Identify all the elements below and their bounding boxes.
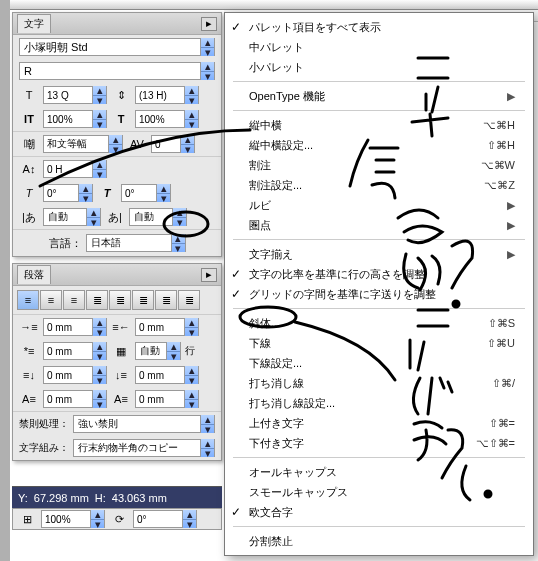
justify-right-button[interactable]: ≣ (132, 290, 154, 310)
skew-left-icon: T (19, 184, 39, 202)
zoom-icon: ⊞ (17, 510, 37, 528)
leading-icon: ⇕ (111, 86, 131, 104)
align-left-button[interactable]: ≡ (17, 290, 39, 310)
align-center-button[interactable]: ≡ (40, 290, 62, 310)
menu-ligature[interactable]: 欧文合字 (225, 502, 533, 522)
char-panel-header: 文字 ▸ (13, 13, 221, 35)
menu-allcaps[interactable]: オールキャップス (225, 462, 533, 482)
justify-full-button[interactable]: ≣ (155, 290, 177, 310)
kinsoku-select[interactable]: 強い禁則▴▾ (73, 415, 215, 433)
grid-auto[interactable]: 自動▴▾ (135, 342, 181, 360)
menu-ratio-height[interactable]: 文字の比率を基準に行の高さを調整 (225, 264, 533, 284)
fill-icon: |あ (19, 208, 39, 226)
para-panel-menu-button[interactable]: ▸ (201, 268, 217, 282)
alignment-buttons: ≡ ≡ ≡ ≣ ≣ ≣ ≣ ≣ (13, 286, 221, 315)
menu-medium[interactable]: 中パレット (225, 37, 533, 57)
menu-nobreak[interactable]: 分割禁止 (225, 531, 533, 551)
grid-unit: 行 (185, 344, 195, 358)
stroke-select[interactable]: 自動▴▾ (129, 208, 187, 226)
menu-subscript[interactable]: 下付き文字⌥⇧⌘= (225, 433, 533, 453)
menu-tcy-settings[interactable]: 縦中横設定...⇧⌘H (225, 135, 533, 155)
vscale-field[interactable]: 100%▴▾ (43, 110, 107, 128)
justify-left-button[interactable]: ≣ (86, 290, 108, 310)
baseline-icon: A↕ (19, 160, 39, 178)
dropcap-chars-field[interactable]: 0 mm▴▾ (135, 390, 199, 408)
char-panel-tab[interactable]: 文字 (17, 14, 51, 33)
zoom-field[interactable]: 100%▴▾ (41, 510, 105, 528)
grid-icon: ▦ (111, 342, 131, 360)
kinsoku-label: 禁則処理： (19, 417, 69, 431)
skew-left-field[interactable]: 0°▴▾ (43, 184, 93, 202)
dropcap-lines-field[interactable]: 0 mm▴▾ (43, 390, 107, 408)
first-line-field[interactable]: 0 mm▴▾ (43, 342, 107, 360)
lang-label: 言語： (49, 236, 82, 251)
panel-menu-button[interactable]: ▸ (201, 17, 217, 31)
space-before-field[interactable]: 0 mm▴▾ (43, 366, 107, 384)
align-right-button[interactable]: ≡ (63, 290, 85, 310)
size-icon: T (19, 86, 39, 104)
leading-field[interactable]: (13 H)▴▾ (135, 86, 199, 104)
menu-smallcaps[interactable]: スモールキャップス (225, 482, 533, 502)
indent-left-field[interactable]: 0 mm▴▾ (43, 318, 107, 336)
h-value: 43.063 mm (112, 492, 167, 504)
mojikumi-label: 文字組み： (19, 441, 69, 455)
para-panel-header: 段落 ▸ (13, 264, 221, 286)
indent-left-icon: →≡ (19, 318, 39, 336)
menu-char-align[interactable]: 文字揃え▶ (225, 244, 533, 264)
y-label: Y: (18, 492, 28, 504)
baseline-field[interactable]: 0 H▴▾ (43, 160, 107, 178)
rotate-icon: ⟳ (109, 510, 129, 528)
vscale-icon: IT (19, 110, 39, 128)
menu-grid-tracking[interactable]: グリッドの字間を基準に字送りを調整 (225, 284, 533, 304)
font-family-select[interactable]: 小塚明朝 Std▴▾ (19, 38, 215, 56)
space-after-icon: ↓≡ (111, 366, 131, 384)
menu-underline-settings[interactable]: 下線設定... (225, 353, 533, 373)
bottom-bar: ⊞ 100%▴▾ ⟳ 0°▴▾ (12, 508, 222, 530)
justify-center-button[interactable]: ≣ (109, 290, 131, 310)
justify-all-button[interactable]: ≣ (178, 290, 200, 310)
dropcap-chars-icon: A≡ (111, 390, 131, 408)
hscale-icon: T (111, 110, 131, 128)
status-bar: Y: 67.298 mm H: 43.063 mm (12, 486, 222, 508)
menu-strike-settings[interactable]: 打ち消し線設定... (225, 393, 533, 413)
stroke-icon: あ| (105, 208, 125, 226)
font-size-field[interactable]: 13 Q▴▾ (43, 86, 107, 104)
aki-field[interactable]: 和文等幅▴▾ (43, 135, 123, 153)
angle-field[interactable]: 0°▴▾ (133, 510, 197, 528)
menu-underline[interactable]: 下線⇧⌘U (225, 333, 533, 353)
menu-kenten[interactable]: 圏点▶ (225, 215, 533, 235)
kerning-field[interactable]: 0▴▾ (151, 135, 195, 153)
first-line-icon: *≡ (19, 342, 39, 360)
mojikumi-select[interactable]: 行末約物半角のコピー▴▾ (73, 439, 215, 457)
menu-shatai[interactable]: 斜体...⇧⌘S (225, 313, 533, 333)
y-value: 67.298 mm (34, 492, 89, 504)
para-panel-tab[interactable]: 段落 (17, 265, 51, 284)
hscale-field[interactable]: 100%▴▾ (135, 110, 199, 128)
menu-ruby[interactable]: ルビ▶ (225, 195, 533, 215)
aki-icon: 嘲 (19, 135, 39, 153)
skew-right-icon: T (97, 184, 117, 202)
dropcap-lines-icon: A≡ (19, 390, 39, 408)
menu-strike[interactable]: 打ち消し線⇧⌘/ (225, 373, 533, 393)
fill-select[interactable]: 自動▴▾ (43, 208, 101, 226)
paragraph-panel: 段落 ▸ ≡ ≡ ≡ ≣ ≣ ≣ ≣ ≣ →≡ 0 mm▴▾ ≡← 0 mm▴▾… (12, 263, 222, 461)
indent-right-field[interactable]: 0 mm▴▾ (135, 318, 199, 336)
h-label: H: (95, 492, 106, 504)
indent-right-icon: ≡← (111, 318, 131, 336)
lang-select[interactable]: 日本語▴▾ (86, 234, 186, 252)
menu-warichu[interactable]: 割注⌥⌘W (225, 155, 533, 175)
menu-superscript[interactable]: 上付き文字⇧⌘= (225, 413, 533, 433)
space-after-field[interactable]: 0 mm▴▾ (135, 366, 199, 384)
menu-show-all[interactable]: パレット項目をすべて表示 (225, 17, 533, 37)
panel-flyout-menu: パレット項目をすべて表示 中パレット 小パレット OpenType 機能▶ 縦中… (224, 12, 534, 556)
menu-small[interactable]: 小パレット (225, 57, 533, 77)
space-before-icon: ≡↓ (19, 366, 39, 384)
menu-opentype[interactable]: OpenType 機能▶ (225, 86, 533, 106)
skew-right-field[interactable]: 0°▴▾ (121, 184, 171, 202)
menu-tcy[interactable]: 縦中横⌥⌘H (225, 115, 533, 135)
menu-warichu-settings[interactable]: 割注設定...⌥⌘Z (225, 175, 533, 195)
language-row: 言語： 日本語▴▾ (13, 229, 221, 256)
kerning-icon: AV (127, 135, 147, 153)
font-style-select[interactable]: R▴▾ (19, 62, 215, 80)
character-panel: 文字 ▸ 小塚明朝 Std▴▾ R▴▾ T 13 Q▴▾ ⇕ (13 H)▴▾ … (12, 12, 222, 257)
